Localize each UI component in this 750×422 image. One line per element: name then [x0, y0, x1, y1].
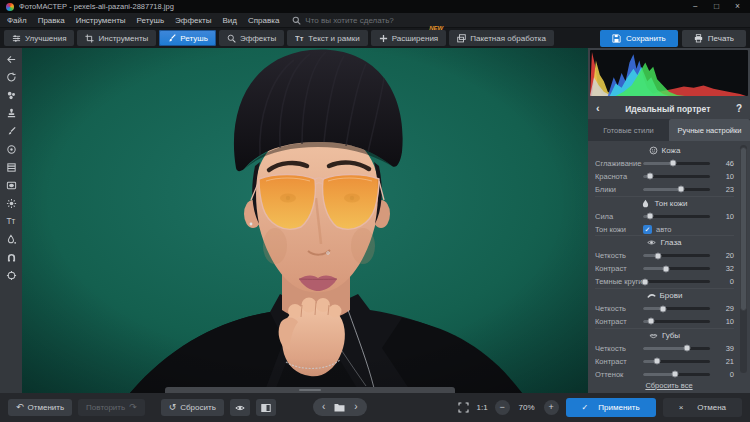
- apply-button[interactable]: ✓ Применить: [566, 398, 656, 417]
- slider-label: Сглаживание: [595, 159, 643, 168]
- zoom-out-button[interactable]: −: [495, 400, 510, 415]
- slider-track[interactable]: [643, 254, 710, 257]
- menu-view[interactable]: Вид: [222, 16, 236, 25]
- slider-row: Контраст32: [595, 262, 734, 275]
- fit-screen-button[interactable]: [458, 402, 469, 413]
- eye-icon: [235, 403, 245, 413]
- slider-thumb[interactable]: [672, 371, 679, 378]
- clone-stamp-icon[interactable]: [4, 107, 19, 120]
- plus-icon: [379, 34, 388, 43]
- new-badge: NEW: [429, 25, 443, 31]
- radial-filter-icon[interactable]: [4, 143, 19, 156]
- slider-thumb[interactable]: [648, 318, 655, 325]
- menu-help[interactable]: Справка: [248, 16, 279, 25]
- redo-button[interactable]: Повторить ↷: [78, 399, 145, 416]
- slider-thumb[interactable]: [646, 173, 653, 180]
- scrollbar-thumb[interactable]: [740, 147, 747, 311]
- close-button[interactable]: ×: [735, 2, 740, 11]
- slider-thumb[interactable]: [642, 278, 649, 285]
- rotate-icon[interactable]: [4, 71, 19, 84]
- slider-row: Темные круги0: [595, 275, 734, 288]
- slider-thumb[interactable]: [660, 305, 667, 312]
- brightness-sun-icon[interactable]: [4, 197, 19, 210]
- magnet-icon[interactable]: [4, 251, 19, 264]
- preview-original-button[interactable]: [230, 399, 250, 416]
- undo-button[interactable]: ↶ Отменить: [8, 399, 72, 416]
- slider-label: Сила: [595, 212, 643, 221]
- batch-icon: [457, 34, 466, 43]
- menu-edit[interactable]: Правка: [38, 16, 65, 25]
- slider-label: Контраст: [595, 317, 643, 326]
- tab-batch-processing[interactable]: Пакетная обработка: [449, 30, 554, 46]
- cancel-button[interactable]: × Отмена: [663, 398, 742, 417]
- tab-retouch[interactable]: Ретушь: [159, 30, 216, 46]
- prev-photo-button[interactable]: ‹: [322, 402, 325, 412]
- search-input[interactable]: [305, 16, 435, 25]
- split-view-icon: [261, 403, 271, 413]
- reset-button[interactable]: ↺ Сбросить: [161, 399, 224, 416]
- photo-canvas[interactable]: [22, 48, 588, 393]
- zoom-1-1-button[interactable]: 1:1: [476, 403, 487, 412]
- auto-checkbox[interactable]: ✓: [643, 225, 652, 234]
- back-arrow-icon[interactable]: [4, 53, 19, 66]
- folder-icon[interactable]: [334, 403, 345, 412]
- scrollbar[interactable]: [740, 145, 747, 373]
- slider-track[interactable]: [643, 307, 710, 310]
- tab-text-frames[interactable]: Tт Текст и рамки: [287, 30, 367, 46]
- color-drop-icon[interactable]: [4, 233, 19, 246]
- tab-enhancements[interactable]: Улучшения: [4, 30, 74, 46]
- slider-row: Блики23: [595, 183, 734, 196]
- tab-extensions[interactable]: Расширения NEW: [371, 30, 447, 46]
- menu-file[interactable]: Файл: [7, 16, 27, 25]
- undo-icon: ↶: [16, 403, 24, 412]
- slider-track[interactable]: [643, 360, 710, 363]
- tab-ready-styles[interactable]: Готовые стили: [588, 119, 669, 141]
- slider-track[interactable]: [643, 162, 710, 165]
- target-icon[interactable]: [4, 269, 19, 282]
- slider-track[interactable]: [643, 267, 710, 270]
- menu-tools[interactable]: Инструменты: [76, 16, 126, 25]
- zoom-level[interactable]: 70%: [517, 403, 537, 412]
- section-header-1: Тон кожи: [595, 196, 734, 210]
- minimize-button[interactable]: −: [693, 2, 698, 11]
- next-photo-button[interactable]: ›: [354, 402, 357, 412]
- checkbox-label: авто: [656, 225, 672, 234]
- section-title: Брови: [660, 291, 683, 300]
- slider-thumb[interactable]: [678, 186, 685, 193]
- slider-thumb[interactable]: [646, 213, 653, 220]
- slider-track[interactable]: [643, 373, 710, 376]
- vignette-icon[interactable]: [4, 179, 19, 192]
- maximize-button[interactable]: □: [714, 2, 719, 11]
- slider-thumb[interactable]: [654, 358, 661, 365]
- before-after-button[interactable]: [256, 399, 276, 416]
- save-button[interactable]: Сохранить: [600, 30, 678, 47]
- reset-all-link[interactable]: Сбросить все: [588, 379, 750, 393]
- tab-manual-settings[interactable]: Ручные настройки: [669, 119, 750, 141]
- slider-value: 10: [716, 317, 734, 326]
- slider-track[interactable]: [643, 280, 710, 283]
- slider-thumb[interactable]: [684, 345, 691, 352]
- slider-track[interactable]: [643, 347, 710, 350]
- tab-effects[interactable]: Эффекты: [219, 30, 284, 46]
- text-tool-icon[interactable]: Tт: [4, 215, 19, 228]
- menu-effects[interactable]: Эффекты: [175, 16, 211, 25]
- slider-row: Сглаживание46: [595, 157, 734, 170]
- slider-label: Оттенок: [595, 370, 643, 379]
- print-button[interactable]: Печать: [682, 30, 746, 47]
- slider-thumb[interactable]: [662, 265, 669, 272]
- tab-tools[interactable]: Инструменты: [77, 30, 156, 46]
- help-button[interactable]: ?: [736, 104, 742, 114]
- slider-thumb[interactable]: [670, 160, 677, 167]
- healing-spots-icon[interactable]: [4, 89, 19, 102]
- slider-thumb[interactable]: [654, 252, 661, 259]
- menu-retouch[interactable]: Ретушь: [137, 16, 165, 25]
- slider-track[interactable]: [643, 215, 710, 218]
- graduated-filter-icon[interactable]: [4, 161, 19, 174]
- brush-tool-icon[interactable]: [4, 125, 19, 138]
- slider-value: 46: [716, 159, 734, 168]
- panel-title: Идеальный портрет: [600, 104, 736, 114]
- slider-track[interactable]: [643, 320, 710, 323]
- zoom-in-button[interactable]: +: [544, 400, 559, 415]
- slider-track[interactable]: [643, 188, 710, 191]
- slider-track[interactable]: [643, 175, 710, 178]
